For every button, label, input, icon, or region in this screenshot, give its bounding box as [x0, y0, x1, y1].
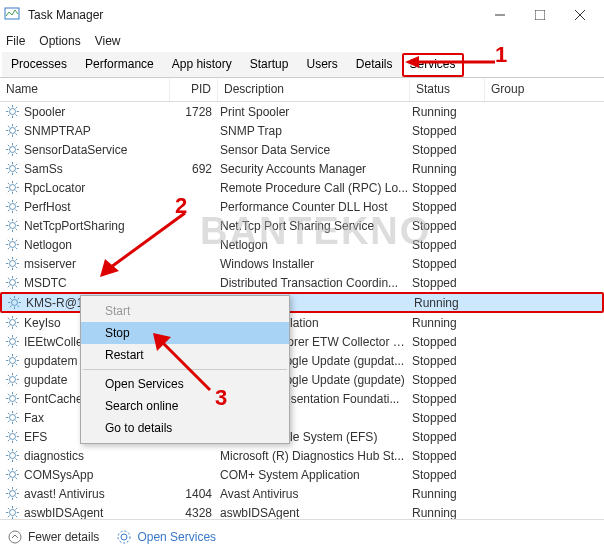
- svg-point-59: [10, 223, 16, 229]
- svg-line-28: [8, 145, 10, 147]
- col-group[interactable]: Group: [485, 78, 545, 101]
- table-row[interactable]: SNMPTRAPSNMP TrapStopped: [0, 121, 604, 140]
- service-desc: Microsoft (R) Diagnostics Hub St...: [218, 449, 410, 463]
- tab-performance[interactable]: Performance: [76, 52, 163, 77]
- table-row[interactable]: COMSysAppCOM+ System ApplicationStopped: [0, 465, 604, 484]
- table-row[interactable]: NetTcpPortSharingNet.Tcp Port Sharing Se…: [0, 216, 604, 235]
- service-desc: Netlogon: [218, 238, 410, 252]
- service-status: Stopped: [410, 373, 485, 387]
- service-name: Netlogon: [24, 238, 170, 252]
- close-button[interactable]: [560, 1, 600, 29]
- svg-point-176: [10, 472, 16, 478]
- menu-file[interactable]: File: [6, 34, 25, 48]
- svg-line-174: [15, 451, 17, 453]
- svg-line-40: [8, 171, 10, 173]
- service-status: Running: [410, 487, 485, 501]
- service-name: COMSysApp: [24, 468, 170, 482]
- tab-app-history[interactable]: App history: [163, 52, 241, 77]
- gear-icon: [6, 392, 20, 405]
- svg-point-23: [10, 147, 16, 153]
- svg-line-121: [8, 344, 10, 346]
- ctx-go-to-details[interactable]: Go to details: [81, 417, 289, 439]
- svg-line-94: [8, 285, 10, 287]
- service-status: Stopped: [410, 411, 485, 425]
- table-row[interactable]: SamSs692Security Accounts ManagerRunning: [0, 159, 604, 178]
- table-row[interactable]: SensorDataServiceSensor Data ServiceStop…: [0, 140, 604, 159]
- table-row[interactable]: MSDTCDistributed Transaction Coordin...S…: [0, 273, 604, 292]
- svg-line-66: [15, 221, 17, 223]
- gear-icon: [6, 143, 20, 156]
- tab-details[interactable]: Details: [347, 52, 402, 77]
- service-name: msiserver: [24, 257, 170, 271]
- gear-icon: [117, 530, 131, 544]
- service-desc: Avast Antivirus: [218, 487, 410, 501]
- gear-icon: [6, 411, 20, 424]
- svg-line-76: [8, 247, 10, 249]
- ctx-open-services[interactable]: Open Services: [81, 373, 289, 395]
- table-row[interactable]: RpcLocatorRemote Procedure Call (RPC) Lo…: [0, 178, 604, 197]
- svg-line-12: [15, 107, 17, 109]
- service-status: Stopped: [410, 449, 485, 463]
- service-status: Stopped: [410, 219, 485, 233]
- menu-options[interactable]: Options: [39, 34, 80, 48]
- svg-point-86: [10, 280, 16, 286]
- gear-icon: [6, 487, 20, 500]
- svg-line-202: [8, 515, 10, 517]
- service-desc: aswbIDSAgent: [218, 506, 410, 520]
- tab-services[interactable]: Services: [402, 53, 464, 77]
- col-name[interactable]: Name: [0, 78, 170, 101]
- gear-icon: [6, 449, 20, 462]
- service-name: PerfHost: [24, 200, 170, 214]
- svg-line-22: [8, 133, 10, 135]
- tab-startup[interactable]: Startup: [241, 52, 298, 77]
- svg-line-73: [8, 240, 10, 242]
- svg-line-92: [15, 285, 17, 287]
- col-pid[interactable]: PID: [170, 78, 218, 101]
- service-name: Spooler: [24, 105, 170, 119]
- service-desc: Remote Procedure Call (RPC) Lo...: [218, 181, 410, 195]
- svg-line-67: [8, 228, 10, 230]
- svg-line-184: [8, 477, 10, 479]
- col-desc[interactable]: Description: [218, 78, 410, 101]
- fewer-details-link[interactable]: Fewer details: [8, 530, 99, 544]
- service-desc: Performance Counter DLL Host: [218, 200, 410, 214]
- col-status[interactable]: Status: [410, 78, 485, 101]
- table-row[interactable]: PerfHostPerformance Counter DLL HostStop…: [0, 197, 604, 216]
- svg-line-30: [15, 145, 17, 147]
- svg-point-32: [10, 166, 16, 172]
- ctx-stop[interactable]: Stop: [81, 322, 289, 344]
- window-title: Task Manager: [28, 8, 480, 22]
- ctx-restart[interactable]: Restart: [81, 344, 289, 366]
- service-status: Running: [410, 105, 485, 119]
- menu-view[interactable]: View: [95, 34, 121, 48]
- maximize-button[interactable]: [520, 1, 560, 29]
- service-status: Stopped: [410, 276, 485, 290]
- gear-icon: [6, 105, 20, 118]
- svg-point-220: [118, 531, 130, 543]
- svg-line-38: [15, 171, 17, 173]
- table-row[interactable]: diagnosticsMicrosoft (R) Diagnostics Hub…: [0, 446, 604, 465]
- svg-line-181: [8, 470, 10, 472]
- svg-point-140: [10, 396, 16, 402]
- svg-line-155: [15, 420, 17, 422]
- table-row[interactable]: avast! Antivirus1404Avast AntivirusRunni…: [0, 484, 604, 503]
- svg-line-57: [15, 202, 17, 204]
- open-services-link[interactable]: Open Services: [117, 530, 216, 544]
- table-row[interactable]: msiserverWindows InstallerStopped: [0, 254, 604, 273]
- gear-icon: [6, 354, 20, 367]
- tab-processes[interactable]: Processes: [2, 52, 76, 77]
- svg-point-167: [10, 453, 16, 459]
- tab-users[interactable]: Users: [297, 52, 346, 77]
- service-desc: SNMP Trap: [218, 124, 410, 138]
- table-row[interactable]: NetlogonNetlogonStopped: [0, 235, 604, 254]
- svg-line-20: [15, 133, 17, 135]
- minimize-button[interactable]: [480, 1, 520, 29]
- service-desc: Net.Tcp Port Sharing Service: [218, 219, 410, 233]
- ctx-search-online[interactable]: Search online: [81, 395, 289, 417]
- table-row[interactable]: Spooler1728Print SpoolerRunning: [0, 102, 604, 121]
- service-status: Stopped: [410, 257, 485, 271]
- gear-icon: [6, 181, 20, 194]
- svg-line-145: [8, 394, 10, 396]
- service-status: Running: [412, 296, 487, 310]
- svg-line-120: [15, 337, 17, 339]
